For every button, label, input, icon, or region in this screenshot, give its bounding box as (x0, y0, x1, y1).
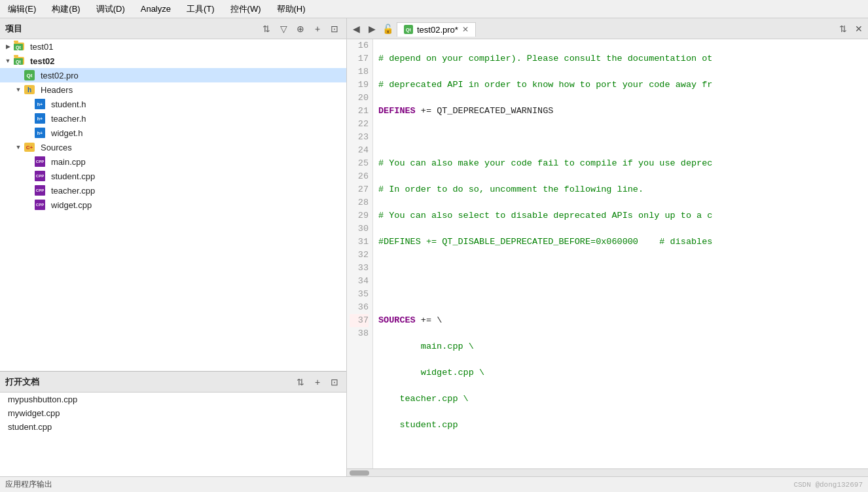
tab-lock-btn[interactable]: 🔓 (381, 22, 394, 35)
open-docs-close-btn[interactable]: ⊡ (328, 376, 341, 389)
code-area[interactable]: # depend on your compiler). Please consu… (373, 39, 868, 468)
tree-item-headers[interactable]: ▼ h Headers (0, 82, 346, 97)
tab-qt-icon: Qt (404, 25, 413, 34)
code-line-20: # You can also make your code fail to co… (378, 157, 863, 170)
project-tree: ▶ Qt test01 ▼ Qt (0, 39, 346, 371)
linenum-27: 27 (350, 183, 369, 196)
bottom-bar: 应用程序输出 CSDN @dong132697 (0, 476, 868, 492)
project-panel: 项目 ⇅ ▽ ⊕ + ⊡ ▶ Qt test01 (0, 18, 346, 372)
menu-analyze[interactable]: Analyze (138, 3, 173, 15)
linenum-31: 31 (350, 236, 369, 249)
open-docs-sort-btn[interactable]: ⇅ (294, 376, 307, 389)
tab-nav-next[interactable]: ▶ (365, 22, 378, 35)
tree-item-sources[interactable]: ▼ C+ Sources (0, 140, 346, 154)
tree-label-sources: Sources (41, 143, 72, 152)
tree-label-student-h: student.h (51, 99, 86, 109)
linenum-32: 32 (350, 249, 369, 262)
tree-item-teacher-h[interactable]: h+ teacher.h (0, 111, 346, 126)
editor-panel: ◀ ▶ 🔓 Qt test02.pro* ✕ ⇅ ✕ 16 17 18 19 2… (347, 18, 868, 476)
open-doc-mypushbutton[interactable]: mypushbutton.cpp (0, 393, 346, 406)
linenum-17: 17 (350, 52, 369, 65)
tree-label-test02: test02 (30, 56, 55, 66)
tree-item-main-cpp[interactable]: CPP main.cpp (0, 154, 346, 169)
tree-arrow-test01: ▶ (3, 41, 13, 52)
code-line-26: SOURCES += \ (378, 314, 863, 327)
tree-label-teacher-h: teacher.h (51, 114, 86, 124)
folder-icon-test02: Qt (13, 55, 25, 67)
panel-sort-btn[interactable]: ⇅ (260, 22, 273, 35)
linenum-34: 34 (350, 275, 369, 288)
menu-tools[interactable]: 工具(T) (184, 2, 217, 16)
cpp-file-icon-widget: CPP (34, 199, 46, 211)
linenum-19: 19 (350, 79, 369, 92)
tree-item-test02pro[interactable]: Qt test02.pro (0, 68, 346, 82)
code-line-18: DEFINES += QT_DEPRECATED_WARNINGS (378, 105, 863, 118)
panel-filter-btn[interactable]: ▽ (277, 22, 290, 35)
panel-add-btn[interactable]: + (311, 22, 324, 35)
linenum-35: 35 (350, 288, 369, 301)
menu-edit[interactable]: 编辑(E) (5, 2, 39, 16)
open-doc-mywidget[interactable]: mywidget.cpp (0, 406, 346, 420)
menu-debug[interactable]: 调试(D) (94, 2, 128, 16)
tab-close-icon[interactable]: ✕ (462, 25, 469, 34)
linenum-38: 38 (350, 327, 369, 340)
tree-item-test01[interactable]: ▶ Qt test01 (0, 39, 346, 54)
tab-label: test02.pro* (417, 25, 458, 35)
sources-folder-icon: C+ (24, 141, 35, 153)
headers-folder-icon: h (24, 84, 35, 96)
tree-item-widget-cpp[interactable]: CPP widget.cpp (0, 198, 346, 212)
menubar: 编辑(E) 构建(B) 调试(D) Analyze 工具(T) 控件(W) 帮助… (0, 0, 868, 18)
code-line-23: #DEFINES += QT_DISABLE_DEPRECATED_BEFORE… (378, 236, 863, 249)
editor-horizontal-scrollbar[interactable] (347, 468, 868, 476)
tab-scroll-btn[interactable]: ⇅ (837, 22, 850, 35)
linenum-26: 26 (350, 170, 369, 183)
tree-label-headers: Headers (41, 85, 73, 95)
tree-item-student-cpp[interactable]: CPP student.cpp (0, 169, 346, 183)
linenum-22: 22 (350, 118, 369, 131)
code-line-24 (378, 262, 863, 275)
tree-item-teacher-cpp[interactable]: CPP teacher.cpp (0, 183, 346, 198)
tree-arrow-headers: ▼ (13, 84, 24, 95)
project-panel-title: 项目 (5, 23, 256, 35)
linenum-30: 30 (350, 222, 369, 236)
header-file-icon-teacher: h+ (34, 113, 46, 124)
tab-nav-prev[interactable]: ◀ (350, 22, 363, 35)
menu-controls[interactable]: 控件(W) (228, 2, 264, 16)
open-docs-panel: 打开文档 ⇅ + ⊡ mypushbutton.cpp mywidget.cpp… (0, 372, 346, 476)
folder-icon-test01: Qt (13, 41, 25, 52)
bottom-label: 应用程序输出 (5, 479, 52, 490)
cpp-file-icon-teacher: CPP (34, 184, 46, 196)
panel-link-btn[interactable]: ⊕ (294, 22, 307, 35)
code-line-25 (378, 288, 863, 301)
code-line-21: # In order to do so, uncomment the follo… (378, 183, 863, 196)
code-line-19 (378, 131, 863, 144)
panel-close-btn[interactable]: ⊡ (328, 22, 341, 35)
menu-build[interactable]: 构建(B) (49, 2, 82, 16)
open-doc-student[interactable]: student.cpp (0, 420, 346, 434)
open-docs-header: 打开文档 ⇅ + ⊡ (0, 372, 346, 393)
editor-content[interactable]: 16 17 18 19 20 21 22 23 24 25 26 27 28 2… (347, 39, 868, 468)
code-line-27: main.cpp \ (378, 340, 863, 353)
tree-item-test02[interactable]: ▼ Qt test02 (0, 54, 346, 68)
linenum-29: 29 (350, 209, 369, 222)
tree-label-test02pro: test02.pro (41, 71, 79, 80)
editor-tab-test02pro[interactable]: Qt test02.pro* ✕ (397, 22, 476, 37)
code-line-29: teacher.cpp \ (378, 393, 863, 406)
code-line-16: # depend on your compiler). Please consu… (378, 52, 863, 65)
tree-item-widget-h[interactable]: h+ widget.h (0, 126, 346, 140)
tree-label-teacher-cpp: teacher.cpp (51, 186, 95, 196)
linenum-21: 21 (350, 105, 369, 118)
linenum-25: 25 (350, 157, 369, 170)
tree-item-student-h[interactable]: h+ student.h (0, 97, 346, 111)
qt-proj-icon: Qt (24, 69, 35, 81)
linenum-24: 24 (350, 144, 369, 157)
linenum-23: 23 (350, 131, 369, 144)
linenum-37: 37 (350, 314, 369, 327)
menu-help[interactable]: 帮助(H) (274, 2, 308, 16)
tab-close-all-btn[interactable]: ✕ (852, 22, 865, 35)
tree-label-widget-cpp: widget.cpp (51, 200, 92, 210)
open-docs-add-btn[interactable]: + (311, 376, 324, 389)
code-line-22: # You can also select to disable depreca… (378, 209, 863, 222)
editor-tab-bar: ◀ ▶ 🔓 Qt test02.pro* ✕ ⇅ ✕ (347, 18, 868, 39)
project-panel-header: 项目 ⇅ ▽ ⊕ + ⊡ (0, 18, 346, 39)
